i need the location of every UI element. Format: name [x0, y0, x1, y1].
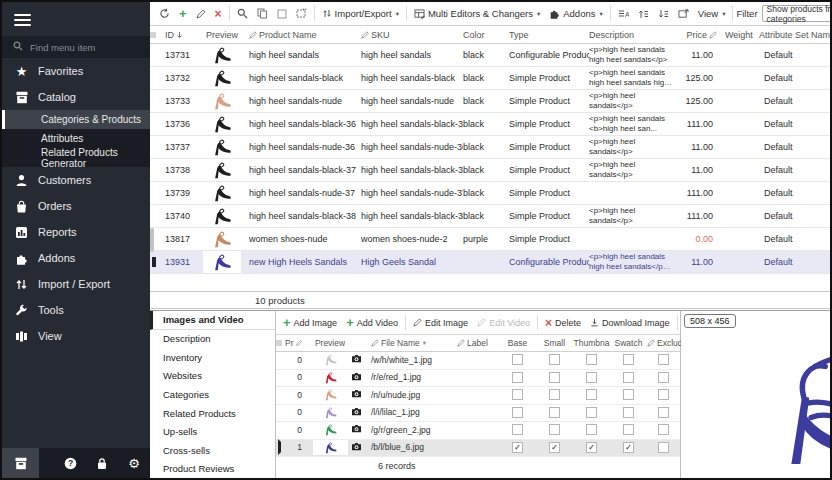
- column-type[interactable]: Type: [509, 30, 589, 40]
- sidebar-item-orders[interactable]: Orders: [2, 193, 150, 219]
- move-top-button[interactable]: [634, 8, 653, 20]
- column-file-name[interactable]: File Name▾: [371, 338, 457, 348]
- exclude-checkbox[interactable]: [658, 442, 669, 453]
- download-image-button[interactable]: Download Image: [586, 317, 674, 329]
- refresh-button[interactable]: [155, 7, 174, 20]
- tab-related-products[interactable]: Related Products: [150, 404, 275, 423]
- gear-icon[interactable]: ⚙: [118, 448, 150, 478]
- product-row-13931[interactable]: 13931 new High Heels Sandals High Geels …: [150, 251, 832, 274]
- column-small[interactable]: Small: [536, 338, 573, 348]
- product-row-13817[interactable]: 13817 women shoes-nude women shoes-nude-…: [150, 228, 832, 251]
- image-row-lilac_1-jpg[interactable]: 0 /l/i/lilac_1.jpg: [276, 405, 680, 423]
- column-swatch[interactable]: Swatch: [610, 338, 647, 348]
- base-checkbox[interactable]: ✓: [512, 442, 523, 453]
- product-row-13736[interactable]: 13736 high heel sandals-black-36 high he…: [150, 113, 832, 136]
- small-checkbox[interactable]: [549, 354, 560, 365]
- tab-product-reviews[interactable]: Product Reviews: [150, 459, 275, 478]
- column-sku[interactable]: SKU: [361, 30, 463, 40]
- delete-product-button[interactable]: ×: [211, 8, 226, 20]
- edit-product-button[interactable]: [192, 8, 210, 20]
- multi-editors-button[interactable]: Multi Editors & Changers▾: [410, 7, 544, 20]
- thumbnail-checkbox[interactable]: [586, 407, 597, 418]
- sidebar-item-attributes[interactable]: Attributes: [2, 129, 150, 148]
- sidebar-item-categories-products[interactable]: Categories & Products: [2, 110, 150, 129]
- tab-inventory[interactable]: Inventory: [150, 348, 275, 367]
- sidebar-item-addons[interactable]: Addons: [2, 245, 150, 271]
- tab-description[interactable]: Description: [150, 330, 275, 349]
- column-product-name[interactable]: Product Name: [249, 30, 361, 40]
- lock-icon[interactable]: [86, 448, 118, 478]
- base-checkbox[interactable]: [512, 389, 523, 400]
- column-preview[interactable]: Preview: [309, 338, 351, 348]
- product-row-13739[interactable]: 13739 high heel sandals-nude-37 high hee…: [150, 182, 832, 205]
- column-color[interactable]: Color: [463, 30, 509, 40]
- image-row-red_1-jpg[interactable]: 0 /r/e/red_1.jpg: [276, 370, 680, 388]
- column-id[interactable]: ID: [159, 30, 199, 40]
- addons-button[interactable]: Addons▾: [545, 7, 607, 20]
- small-checkbox[interactable]: ✓: [549, 442, 560, 453]
- thumbnail-checkbox[interactable]: [586, 389, 597, 400]
- column-label[interactable]: Label: [457, 338, 499, 348]
- small-checkbox[interactable]: [549, 407, 560, 418]
- catalog-shortcut-icon[interactable]: [2, 448, 39, 478]
- tab-cross-sells[interactable]: Cross-sells: [150, 441, 275, 460]
- base-checkbox[interactable]: [512, 407, 523, 418]
- sidebar-item-favorites[interactable]: ★ Favorites: [2, 58, 150, 84]
- exclude-checkbox[interactable]: [658, 424, 669, 435]
- swatch-checkbox[interactable]: [623, 407, 634, 418]
- column-position[interactable]: Pr: [285, 338, 309, 348]
- product-row-13731[interactable]: 13731 high heel sandals high heel sandal…: [150, 44, 832, 67]
- edit-video-button[interactable]: Edit Video: [473, 317, 534, 329]
- column-weight[interactable]: Weight: [725, 30, 759, 40]
- move-bottom-button[interactable]: [654, 8, 673, 20]
- swatch-checkbox[interactable]: ✓: [623, 442, 634, 453]
- small-checkbox[interactable]: [549, 389, 560, 400]
- swatch-checkbox[interactable]: [623, 424, 634, 435]
- menu-toggle-icon[interactable]: [2, 2, 150, 36]
- base-checkbox[interactable]: [512, 372, 523, 383]
- base-checkbox[interactable]: [512, 354, 523, 365]
- product-row-13733[interactable]: 13733 high heel sandals-nude high heel s…: [150, 90, 832, 113]
- column-preview[interactable]: Preview: [199, 30, 249, 40]
- small-checkbox[interactable]: [549, 372, 560, 383]
- exclude-checkbox[interactable]: [658, 389, 669, 400]
- edit-image-button[interactable]: Edit Image: [409, 317, 472, 329]
- swatch-checkbox[interactable]: [623, 354, 634, 365]
- image-row-white_1-jpg[interactable]: 0 /w/h/white_1.jpg: [276, 352, 680, 370]
- base-checkbox[interactable]: [512, 424, 523, 435]
- column-description[interactable]: Description: [589, 30, 677, 40]
- thumbnail-checkbox[interactable]: [586, 372, 597, 383]
- swatch-checkbox[interactable]: [623, 372, 634, 383]
- column-thumbnail[interactable]: Thumbna: [573, 338, 610, 348]
- search-button[interactable]: [233, 7, 252, 20]
- small-checkbox[interactable]: [549, 424, 560, 435]
- swatch-checkbox[interactable]: [623, 389, 634, 400]
- image-row-nude-jpg[interactable]: 0 /n/u/nude.jpg: [276, 387, 680, 405]
- tab-images-and-video[interactable]: Images and Video: [150, 311, 275, 330]
- product-row-13740[interactable]: 13740 high heel sandals-black-38 high he…: [150, 205, 832, 228]
- product-row-13738[interactable]: 13738 high heel sandals-black-37 high he…: [150, 159, 832, 182]
- sidebar-item-related-products-generator[interactable]: Related Products Generator: [2, 148, 150, 167]
- sidebar-item-reports[interactable]: Reports: [2, 219, 150, 245]
- copy-button[interactable]: [253, 7, 272, 20]
- tab-categories[interactable]: Categories: [150, 385, 275, 404]
- sidebar-item-catalog[interactable]: Catalog: [2, 84, 150, 110]
- view-button[interactable]: View▾: [694, 7, 730, 20]
- autosize-columns-button[interactable]: A: [614, 8, 633, 20]
- thumbnail-checkbox[interactable]: [586, 424, 597, 435]
- product-row-13732[interactable]: 13732 high heel sandals-black high heel …: [150, 67, 832, 90]
- image-row-green_2-jpg[interactable]: 0 /g/r/green_2.jpg: [276, 422, 680, 440]
- sidebar-item-import-export[interactable]: Import / Export: [2, 271, 150, 297]
- add-product-button[interactable]: +: [175, 8, 191, 20]
- delete-image-button[interactable]: ×Delete: [541, 317, 585, 329]
- image-row-blue_6-jpg[interactable]: 1 /b/l/blue_6.jpg ✓ ✓ ✓ ✓: [276, 440, 680, 458]
- menu-search-input[interactable]: Find menu item: [2, 36, 150, 58]
- exclude-checkbox[interactable]: [658, 407, 669, 418]
- vertical-scrollbar[interactable]: [150, 228, 154, 252]
- grid-view-button[interactable]: [674, 8, 693, 20]
- filter-select[interactable]: Show products from selected categories▾: [762, 5, 832, 22]
- exclude-checkbox[interactable]: [658, 354, 669, 365]
- thumbnail-checkbox[interactable]: ✓: [586, 442, 597, 453]
- column-base[interactable]: Base: [499, 338, 536, 348]
- sidebar-item-customers[interactable]: Customers: [2, 167, 150, 193]
